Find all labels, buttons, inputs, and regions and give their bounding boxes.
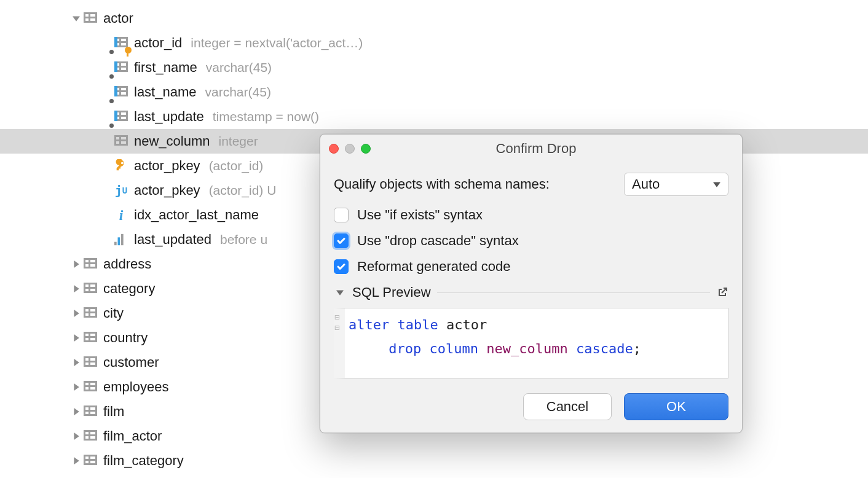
tree-item-detail: timestamp = now() [213,109,319,124]
tree-item-column[interactable]: last_name varchar(45) [0,80,868,104]
tree-item-detail: before u [220,232,267,247]
cancel-button[interactable]: Cancel [523,393,612,420]
sql-keyword: alter [349,317,389,332]
dialog-title: Confirm Drop [339,141,733,157]
tree-item-column[interactable]: first_name varchar(45) [0,55,868,80]
chevron-right-icon[interactable] [70,307,82,319]
checkbox-drop-cascade[interactable] [334,233,349,248]
svg-rect-2 [118,237,120,245]
column-icon [113,59,129,76]
chevron-right-icon[interactable] [70,332,82,344]
table-icon [82,452,98,469]
chevron-right-icon[interactable] [70,283,82,295]
separator [437,292,710,293]
tree-item-label: film_actor [103,428,162,444]
tree-item-label: city [103,305,124,321]
table-icon [82,428,98,445]
svg-marker-8 [74,359,79,366]
tree-item-label: actor_pkey [134,182,200,198]
checkbox-reformat[interactable] [334,259,349,274]
sql-preview[interactable]: ⊟⊟ alter table actor drop column new_col… [334,308,728,378]
sql-identifier: actor [446,317,487,332]
tree-item-label: address [103,256,151,272]
tree-item-label: film [103,404,124,420]
qualify-label: Qualify objects with schema names: [334,176,550,192]
tree-item-detail: (actor_id) U [209,183,277,198]
column-icon [113,133,129,150]
qualify-select[interactable]: Auto [624,173,728,196]
table-icon [82,329,98,347]
tree-item-label: idx_actor_last_name [134,207,259,223]
sql-preview-title: SQL Preview [352,284,431,300]
tree-item-label: film_category [103,453,184,469]
sql-keyword: column [429,341,478,356]
tree-item-table[interactable]: film_category [0,449,868,473]
table-icon [82,403,98,420]
column-key-icon [113,34,129,52]
svg-marker-9 [74,383,79,391]
tree-item-label: last_update [134,109,204,125]
svg-rect-3 [121,234,124,245]
confirm-drop-dialog: Confirm Drop Qualify objects with schema… [320,134,743,433]
chevron-down-icon[interactable] [334,286,346,299]
table-icon [82,378,98,396]
table-icon [82,256,98,273]
index-icon: i [113,206,129,224]
tree-item-detail: varchar(45) [205,85,271,100]
chevron-right-icon[interactable] [70,381,82,393]
tree-item-label: last_updated [134,232,211,248]
window-close-icon[interactable] [329,144,339,154]
svg-marker-7 [74,334,79,342]
tree-item-detail: (actor_id) [209,159,264,173]
sql-keyword: cascade [576,341,633,356]
table-icon [82,10,98,27]
tree-item-label: category [103,281,155,297]
chevron-down-icon[interactable] [70,12,82,25]
tree-item-column[interactable]: actor_id integer = nextval('actor_act…) [0,31,868,55]
sql-keyword: drop [389,341,421,356]
chevron-right-icon[interactable] [70,406,82,418]
popout-icon[interactable] [716,286,728,299]
checkbox-if-exists[interactable] [334,208,349,222]
tree-item-label: actor_id [134,35,182,51]
svg-marker-6 [74,310,79,317]
chevron-right-icon[interactable] [70,258,82,270]
button-label: Cancel [546,399,588,415]
ok-button[interactable]: OK [624,393,728,420]
dialog-titlebar[interactable]: Confirm Drop [320,135,742,163]
chevron-right-icon[interactable] [70,356,82,369]
svg-rect-1 [114,242,117,246]
tree-item-detail: integer = nextval('actor_act…) [191,36,363,50]
trigger-icon [113,231,129,248]
column-icon [113,108,129,125]
chevron-right-icon[interactable] [70,455,82,467]
tree-item-label: last_name [134,84,197,100]
tree-item-detail: varchar(45) [206,60,272,75]
table-icon [82,305,98,322]
checkbox-label: Use "drop cascade" syntax [357,233,519,249]
svg-marker-4 [74,261,79,268]
tree-item-label: first_name [134,60,197,76]
tree-item-label: new_column [134,133,210,149]
unique-key-icon: jU [113,182,129,199]
svg-marker-5 [74,285,79,292]
tree-item-label: actor_pkey [134,158,200,174]
qualify-value: Auto [632,176,660,192]
sql-keyword: table [397,317,438,332]
tree-item-label: country [103,330,148,346]
gutter-icon: ⊟⊟ [334,312,344,333]
column-icon [113,84,129,101]
tree-item-label: actor [103,10,133,26]
sql-punct: ; [633,341,641,356]
sql-identifier: new_column [486,341,567,356]
table-icon [82,280,98,297]
svg-marker-0 [73,16,80,21]
svg-marker-14 [336,290,344,295]
tree-item-actor[interactable]: actor [0,6,868,31]
svg-marker-13 [713,182,720,187]
chevron-right-icon[interactable] [70,430,82,442]
tree-item-detail: integer [219,134,258,149]
checkbox-label: Reformat generated code [357,259,511,275]
tree-item-column[interactable]: last_update timestamp = now() [0,104,868,129]
button-label: OK [666,399,686,415]
